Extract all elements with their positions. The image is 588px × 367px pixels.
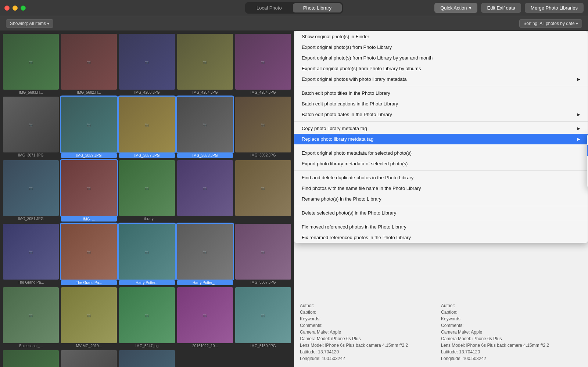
- photo-label: The Grand Pa...: [3, 280, 59, 284]
- info-row: Lens Model: iPhone 6s Plus back camera 4…: [300, 343, 582, 348]
- fullscreen-button[interactable]: [21, 6, 26, 11]
- photo-item[interactable]: 📷IMG_3053.JPG: [177, 97, 233, 158]
- showing-button[interactable]: Showing: All Items ▾: [6, 19, 53, 28]
- photo-label: IMG_3051.JPG: [3, 217, 59, 221]
- photo-label: IMG_3071.JPG: [3, 153, 59, 157]
- menu-item-export-metadata-selected[interactable]: Export original photo metadata for selec…: [294, 148, 588, 158]
- info-col-left: Keywords:: [300, 316, 441, 321]
- photo-item[interactable]: 📷The Grand Pa...: [61, 224, 117, 285]
- menu-divider: [294, 220, 588, 220]
- info-col-right: Lens Model: iPhone 6s Plus back camera 4…: [441, 343, 582, 348]
- menu-item-delete-photos[interactable]: Delete selected photo(s) in the Photo Li…: [294, 208, 588, 218]
- photo-label: IMG_3059.JPG: [61, 153, 117, 158]
- photo-item[interactable]: 📷: [235, 160, 291, 222]
- photo-item[interactable]: 📷IMG_...: [61, 160, 117, 222]
- header-buttons: Quick Action ▾ Edit Exif data Merge Phot…: [434, 3, 584, 13]
- minimize-button[interactable]: [12, 6, 18, 11]
- photo-item[interactable]: 📷Harry Potter...: [119, 224, 175, 285]
- tab-group: Local Photo Photo Library: [245, 2, 343, 14]
- tab-photo-library[interactable]: Photo Library: [293, 3, 342, 12]
- photo-thumbnail: 📷: [177, 160, 233, 216]
- showing-label: Showing: All Items ▾: [10, 21, 49, 26]
- menu-item-export-original[interactable]: Export original photo(s) from Photo Libr…: [294, 42, 588, 53]
- tab-local-photo[interactable]: Local Photo: [246, 3, 292, 12]
- photo-item[interactable]: 📷20161022_10...: [177, 287, 233, 348]
- close-button[interactable]: [4, 6, 10, 11]
- photo-item[interactable]: 📷CIMG0684.J...: [61, 350, 117, 367]
- photo-item[interactable]: 📷MVIMG_2019...: [61, 287, 117, 348]
- info-row: Keywords: Keywords:: [300, 316, 582, 321]
- photo-item[interactable]: 📷IMG_5683.H...: [3, 34, 59, 94]
- titlebar: Local Photo Photo Library Quick Action ▾…: [0, 0, 588, 16]
- info-label: Keywords:: [300, 316, 320, 321]
- menu-item-export-all-albums[interactable]: Export all original photo(s) from Photo …: [294, 63, 588, 74]
- menu-item-export-lib-metadata[interactable]: Export photo library metadata of selecte…: [294, 158, 588, 169]
- menu-item-find-same-name[interactable]: Find photos with the same file name in t…: [294, 183, 588, 194]
- photo-label: Harry Potter_...: [177, 280, 233, 285]
- quick-action-button[interactable]: Quick Action ▾: [434, 3, 477, 13]
- info-label: Comments:: [441, 323, 463, 328]
- menu-item-fix-renamed[interactable]: Fix renamed referenced photos in the Pho…: [294, 232, 588, 243]
- info-col-left: Lens Model: iPhone 6s Plus back camera 4…: [300, 343, 441, 348]
- photo-item[interactable]: 📷Screenshot_...: [3, 287, 59, 348]
- photo-item[interactable]: 📷IMG_3059.JPG: [61, 97, 117, 158]
- info-col-right: Latitude: 13.704120: [441, 349, 582, 355]
- photo-item[interactable]: 📷IMG_4284.JPG: [235, 34, 291, 94]
- menu-item-export-metadata[interactable]: Export original photos with photo librar…: [294, 74, 588, 84]
- photo-item[interactable]: 📷IMG_5247.jpg: [119, 287, 175, 348]
- info-col-right: Caption:: [441, 310, 582, 315]
- menu-item-find-duplicates[interactable]: Find and delete duplicate photos in the …: [294, 172, 588, 183]
- info-col-right: Keywords:: [441, 316, 582, 321]
- photo-item[interactable]: 📷Harry Potter_...: [177, 224, 233, 285]
- photo-item[interactable]: 📷The Grand Pa...: [3, 224, 59, 285]
- merge-libraries-button[interactable]: Merge Photo Libraries: [525, 3, 584, 13]
- photo-item[interactable]: 📷IMG_5150.JPG: [235, 287, 291, 348]
- menu-item-fix-moved[interactable]: Fix moved referenced photos in the Photo…: [294, 222, 588, 232]
- sorting-button[interactable]: Sorting: All photos by date ▾: [519, 19, 582, 28]
- photo-label: IMG_5150.JPG: [235, 344, 291, 348]
- info-label: Latitude: 13.704120: [300, 349, 339, 355]
- menu-item-batch-captions[interactable]: Batch edit photo captions in the Photo L…: [294, 98, 588, 109]
- menu-item-replace-metadata-tag[interactable]: Replace photo library metdata tag▶: [294, 134, 588, 144]
- photo-item[interactable]: 📷Bangkok, Tha...: [119, 350, 175, 367]
- photo-label: MVIMG_2019...: [61, 344, 117, 348]
- photo-item[interactable]: 📷JPEG_20190...: [3, 350, 59, 367]
- photo-label: IMG_4284.JPG: [235, 90, 291, 94]
- menu-item-batch-titles[interactable]: Batch edit photo titles in the Photo Lib…: [294, 88, 588, 98]
- edit-exif-button[interactable]: Edit Exif data: [481, 3, 521, 13]
- photo-thumbnail: 📷: [235, 287, 291, 343]
- quick-action-label: Quick Action: [440, 5, 467, 11]
- menu-item-show-original[interactable]: Show original photo(s) in Finder: [294, 31, 588, 42]
- photo-item[interactable]: 📷IMG_3051.JPG: [3, 160, 59, 222]
- photo-thumbnail: 📷: [3, 287, 59, 343]
- menu-item-export-original-year[interactable]: Export original photo(s) from Photo Libr…: [294, 53, 588, 63]
- menu-divider: [294, 206, 588, 206]
- photo-item[interactable]: 📷IMG_3071.JPG: [3, 97, 59, 158]
- photo-thumbnail: 📷: [3, 34, 59, 90]
- info-row: Latitude: 13.704120 Latitude: 13.704120: [300, 349, 582, 355]
- edit-exif-label: Edit Exif data: [487, 5, 515, 11]
- toolbar: Showing: All Items ▾ Sorting: All photos…: [0, 16, 588, 31]
- photo-thumbnail: 📷: [235, 34, 291, 90]
- photo-item[interactable]: 📷IMG_3052.JPG: [235, 97, 291, 158]
- photo-thumbnail: 📷: [61, 350, 117, 367]
- photo-thumbnail: 📷: [119, 350, 175, 367]
- photo-label: IMG_5247.jpg: [119, 344, 175, 348]
- sorting-label: Sorting: All photos by date ▾: [523, 21, 578, 26]
- menu-item-copy-metadata-tag[interactable]: Copy photo library metdata tag▶: [294, 123, 588, 134]
- menu-item-rename-photos[interactable]: Rename photo(s) in the Photo Library: [294, 194, 588, 204]
- menu-item-batch-dates[interactable]: Batch edit photo dates in the Photo Libr…: [294, 109, 588, 120]
- info-label: Camera Make: Apple: [441, 330, 482, 335]
- menu-divider: [294, 146, 588, 146]
- photo-item[interactable]: 📷IMG_4284.JPG: [177, 34, 233, 94]
- photo-item[interactable]: 📷IMG_5682.H...: [61, 34, 117, 94]
- photo-item[interactable]: 📷...library: [119, 160, 175, 222]
- submenu-arrow-icon: ▶: [577, 112, 580, 116]
- traffic-lights: [4, 6, 26, 11]
- photo-thumbnail: 📷: [61, 287, 117, 343]
- photo-item[interactable]: 📷: [177, 160, 233, 222]
- info-label: Caption:: [300, 310, 316, 315]
- photo-item[interactable]: 📷IMG_3057.JPG: [119, 97, 175, 158]
- photo-item[interactable]: 📷IMG_4286.JPG: [119, 34, 175, 94]
- photo-item[interactable]: 📷IMG_5507.JPG: [235, 224, 291, 285]
